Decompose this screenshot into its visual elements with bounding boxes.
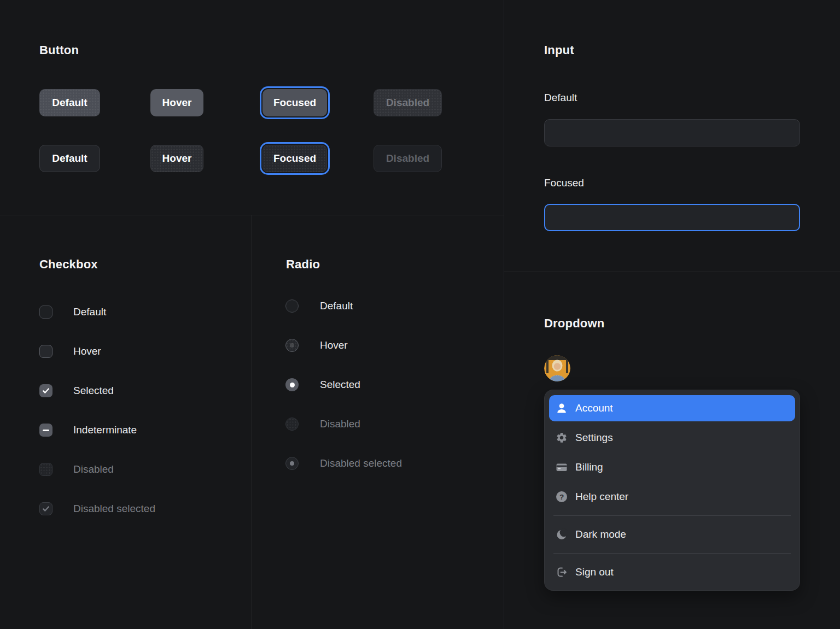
button-secondary-focused[interactable]: Focused	[262, 145, 327, 172]
dropdown-menu: Account Settings Billing ? Help center	[544, 390, 800, 591]
radio-row-disabled-selected: Disabled selected	[285, 457, 402, 470]
text-input-focused[interactable]	[544, 204, 800, 231]
checkbox-indeterminate[interactable]	[39, 424, 52, 437]
checkbox-list: Default Hover Selected Indeterminate Dis…	[39, 305, 155, 515]
menu-item-settings[interactable]: Settings	[549, 425, 795, 451]
checkbox-label: Indeterminate	[73, 424, 137, 436]
section-title-dropdown: Dropdown	[544, 316, 604, 331]
checkbox-row-hover: Hover	[39, 345, 155, 358]
radio-list: Default Hover Selected Disabled Disabled…	[285, 299, 402, 470]
menu-item-label: Account	[575, 402, 613, 414]
checkbox-selected[interactable]	[39, 384, 52, 397]
button-secondary-disabled[interactable]: Disabled	[374, 145, 442, 172]
menu-item-sign-out[interactable]: Sign out	[549, 559, 795, 585]
divider-vertical-left	[252, 215, 252, 629]
menu-item-label: Sign out	[575, 566, 614, 578]
checkbox-label: Selected	[73, 385, 114, 397]
credit-card-icon	[556, 461, 568, 473]
radio-dot	[290, 343, 294, 348]
button-primary-disabled[interactable]: Disabled	[374, 89, 442, 116]
button-primary-default[interactable]: Default	[39, 89, 100, 116]
checkbox-default[interactable]	[39, 305, 52, 319]
section-title-input: Input	[544, 43, 574, 57]
divider-horizontal-right	[504, 272, 840, 272]
checkbox-row-disabled: Disabled	[39, 463, 155, 476]
check-icon	[42, 504, 50, 513]
radio-row-selected: Selected	[285, 378, 402, 391]
section-title-checkbox: Checkbox	[39, 257, 98, 272]
button-primary-hover[interactable]: Hover	[150, 89, 203, 116]
radio-disabled-selected[interactable]	[285, 457, 299, 470]
radio-label: Selected	[320, 379, 360, 391]
radio-default[interactable]	[285, 299, 299, 313]
user-icon	[556, 402, 568, 414]
input-label-focused: Focused	[544, 177, 584, 189]
radio-label: Disabled	[320, 418, 360, 430]
menu-item-billing[interactable]: Billing	[549, 454, 795, 480]
user-avatar[interactable]	[544, 355, 570, 381]
section-title-button: Button	[39, 43, 79, 57]
radio-label: Hover	[320, 339, 348, 351]
avatar-photo	[544, 355, 570, 381]
radio-row-hover: Hover	[285, 339, 402, 352]
checkbox-disabled[interactable]	[39, 463, 52, 476]
check-icon	[42, 386, 50, 395]
menu-item-help-center[interactable]: ? Help center	[549, 484, 795, 510]
checkbox-row-selected: Selected	[39, 384, 155, 397]
checkbox-row-indeterminate: Indeterminate	[39, 424, 155, 437]
menu-item-label: Help center	[575, 491, 628, 503]
radio-row-disabled: Disabled	[285, 418, 402, 431]
button-primary-focused[interactable]: Focused	[262, 89, 327, 116]
menu-item-label: Billing	[575, 461, 603, 473]
indeterminate-dash-icon	[43, 430, 49, 431]
menu-divider	[553, 553, 791, 554]
menu-item-dark-mode[interactable]: Dark mode	[549, 521, 795, 548]
radio-hover[interactable]	[285, 339, 299, 352]
checkbox-row-default: Default	[39, 305, 155, 319]
radio-dot	[290, 461, 294, 466]
section-title-radio: Radio	[286, 257, 320, 272]
moon-icon	[556, 528, 568, 540]
button-secondary-default[interactable]: Default	[39, 145, 100, 172]
menu-item-label: Settings	[575, 432, 613, 444]
radio-label: Default	[320, 300, 353, 312]
menu-divider	[553, 515, 791, 516]
checkbox-disabled-selected[interactable]	[39, 502, 52, 515]
checkbox-label: Disabled	[73, 463, 114, 475]
question-circle-icon: ?	[556, 491, 568, 503]
gear-icon	[556, 432, 568, 444]
component-gallery: Button Default Hover Focused Disabled De…	[0, 0, 840, 629]
input-label-default: Default	[544, 92, 577, 104]
divider-horizontal-left	[0, 215, 504, 215]
svg-text:?: ?	[559, 493, 564, 501]
menu-item-label: Dark mode	[575, 528, 626, 540]
divider-vertical-main	[504, 0, 504, 629]
checkbox-row-disabled-selected: Disabled selected	[39, 502, 155, 515]
checkbox-label: Default	[73, 306, 106, 318]
checkbox-hover[interactable]	[39, 345, 52, 358]
checkbox-label: Hover	[73, 345, 101, 357]
radio-label: Disabled selected	[320, 457, 402, 469]
radio-row-default: Default	[285, 299, 402, 313]
radio-disabled[interactable]	[285, 418, 299, 431]
checkbox-label: Disabled selected	[73, 503, 155, 515]
radio-dot	[290, 383, 295, 387]
radio-selected[interactable]	[285, 378, 299, 391]
button-secondary-hover[interactable]: Hover	[150, 145, 203, 172]
text-input-default[interactable]	[544, 119, 800, 146]
menu-item-account[interactable]: Account	[549, 395, 795, 421]
sign-out-icon	[556, 566, 568, 578]
